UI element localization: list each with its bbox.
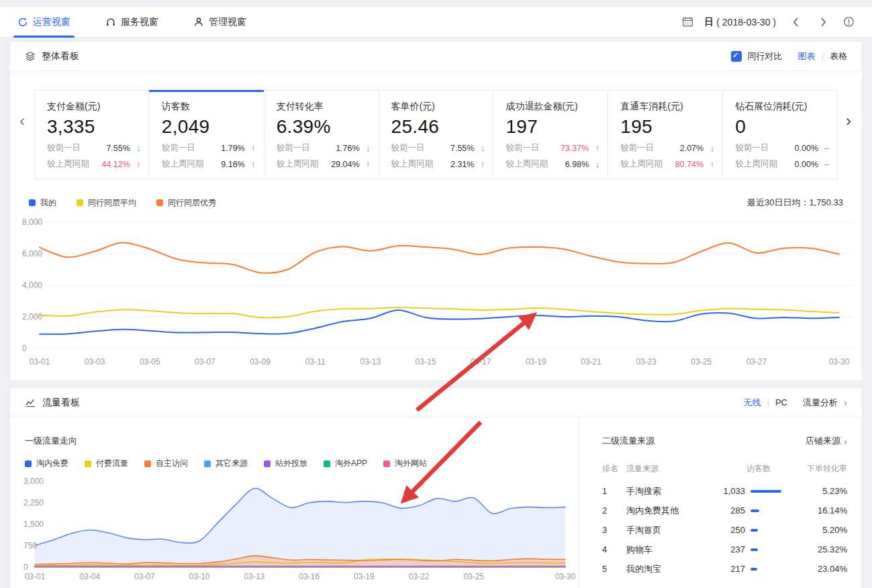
info-icon[interactable] [843,16,855,28]
svg-text:2,000: 2,000 [22,312,42,322]
visitors-count: 237 [708,544,745,554]
change-label: 较上周同期 [505,158,548,170]
metric-card-6[interactable]: 直通车消耗(元)195较前一日2.07%↓较上周同期80.74%↑ [608,90,723,179]
legend-swatch [144,460,151,467]
table-row: 2淘内免费其他28516.14% [602,501,847,520]
up-arrow-icon: ↑ [589,143,599,153]
down-arrow-icon: ↓ [360,143,371,153]
cards-scroll-left-button[interactable]: ‹ [19,113,25,129]
tab-label: 运营视窗 [33,16,70,28]
tab-label: 服务视窗 [121,16,158,28]
visitors-count: 250 [708,525,745,535]
table-row: 1手淘搜索1,0335.23% [602,481,847,501]
row-visitors: 285 [708,505,789,516]
svg-text:03-19: 03-19 [354,572,375,581]
legend-item: 我的 [29,197,56,209]
date-selector[interactable]: 日 ( 2018-03-30 ) [704,16,776,28]
legend-swatch [324,460,330,467]
table-row: 4购物车23725.32% [602,540,847,559]
legend-swatch [204,460,211,467]
flat-dash-icon: – [818,143,829,153]
metric-card-4[interactable]: 客单价(元)25.46较前一日7.55%↓较上周同期2.31%↑ [379,90,494,179]
traffic-panel: 流量看板 无线 | PC 流量分析 › 一级流量走向 淘内免费付费流量自主访问其… [9,387,863,588]
table-row: 5我的淘宝21723.04% [602,559,847,579]
metric-change-row: 较前一日2.07%↓ [620,142,722,154]
legend-item: 淘外APP [324,458,367,469]
svg-text:03-19: 03-19 [526,357,546,366]
down-arrow-icon: ↓ [130,143,141,153]
change-value: 73.37% [561,144,589,153]
row-conversion: 16.14% [789,505,847,516]
change-value: 0.00% [795,144,818,153]
row-source: 手淘首页 [626,524,708,536]
change-value: 1.79% [221,144,244,153]
legend-swatch [25,460,32,467]
visitors-bar [750,529,758,532]
legend-swatch [264,460,271,467]
svg-text:03-01: 03-01 [30,357,50,366]
metric-change-row: 较上周同期29.04%↑ [277,158,379,170]
view-table-toggle[interactable]: 表格 [830,50,847,62]
metric-card-1[interactable]: 支付金额(元)3,335较前一日7.55%↓较上周同期44.12%↑ [34,90,150,179]
legend-swatch [85,460,91,467]
legend-item: 淘内免费 [25,458,68,469]
change-label: 较前一日 [735,142,769,154]
shop-sources-link[interactable]: 店铺来源 › [806,435,847,447]
toggle-divider: | [822,51,824,61]
change-label: 较上周同期 [162,158,204,170]
row-conversion: 23.04% [789,564,847,574]
metric-value: 0 [735,116,837,138]
mode-wireless-toggle[interactable]: 无线 [744,397,761,409]
date-next-button[interactable] [815,17,832,28]
peer-compare-checkbox[interactable] [731,51,742,62]
change-value: 1.76% [336,144,359,153]
svg-text:03-30: 03-30 [829,357,850,366]
overview-chart-legend: 我的同行同层平均同行同层优秀 最近30日日均：1,750.33 [29,197,843,209]
cards-scroll-right-button[interactable]: › [846,113,851,129]
legend-swatch [156,199,163,206]
legend-label: 站外投放 [275,458,307,469]
metric-change-row: 较前一日1.76%↓ [277,142,379,154]
tab-management-view[interactable]: 管理视窗 [193,7,246,38]
metric-value: 2,049 [162,116,264,138]
metric-card-3[interactable]: 支付转化率6.39%较前一日1.76%↓较上周同期29.04%↑ [264,90,379,179]
analytics-dashboard: { "ui": {"divider": "|"}, "topbar": { "t… [0,0,872,588]
traffic-header-controls: 无线 | PC 流量分析 › [744,397,847,409]
change-value: 2.07% [680,144,704,153]
up-arrow-icon: ↑ [474,159,485,169]
panel-title: 整体看板 [42,50,79,62]
headset-icon [105,17,116,28]
view-chart-toggle[interactable]: 图表 [798,50,816,62]
change-label: 较前一日 [620,142,654,154]
legend-swatch [383,460,390,467]
calendar-icon[interactable] [682,16,693,28]
svg-text:03-17: 03-17 [471,357,491,366]
svg-text:0: 0 [22,344,27,353]
visitors-count: 285 [708,505,745,516]
row-source: 手淘搜索 [626,485,708,497]
row-visitors: 1,033 [708,486,789,496]
tab-service-view[interactable]: 服务视窗 [105,7,158,38]
traffic-analysis-link[interactable]: 流量分析 [803,397,838,409]
metric-card-7[interactable]: 钻石展位消耗(元)0较前一日0.00%–较上周同期0.00%– [722,90,838,179]
legend-label: 自主访问 [156,458,188,469]
metric-card-5[interactable]: 成功退款金额(元)197较前一日73.37%↑较上周同期6.98%↓ [493,90,608,179]
col-conversion: 下单转化率 [789,463,847,475]
traffic-trend-block: 一级流量走向 淘内免费付费流量自主访问其它来源站外投放淘外APP淘外网站 075… [10,418,579,588]
svg-text:03-22: 03-22 [409,572,430,581]
overview-panel-header: 整体看板 同行对比 图表 | 表格 [10,42,862,71]
mode-pc-toggle[interactable]: PC [775,397,787,407]
svg-text:6,000: 6,000 [22,249,42,258]
row-conversion: 25.32% [789,544,847,554]
tab-label: 管理视窗 [209,16,246,28]
tab-operations-view[interactable]: 运营视窗 [17,7,70,38]
traffic-chart-legend: 淘内免费付费流量自主访问其它来源站外投放淘外APP淘外网站 [25,458,579,469]
date-prev-button[interactable] [787,17,804,28]
svg-text:03-15: 03-15 [416,357,436,366]
svg-text:03-10: 03-10 [189,572,210,581]
date-value: ( 2018-03-30 ) [716,17,776,28]
change-label: 较上周同期 [277,158,319,170]
date-granularity: 日 [704,16,714,28]
metric-card-2[interactable]: 访客数2,049较前一日1.79%↑较上周同期9.16%↑ [149,90,264,179]
change-value: 9.16% [221,160,244,169]
